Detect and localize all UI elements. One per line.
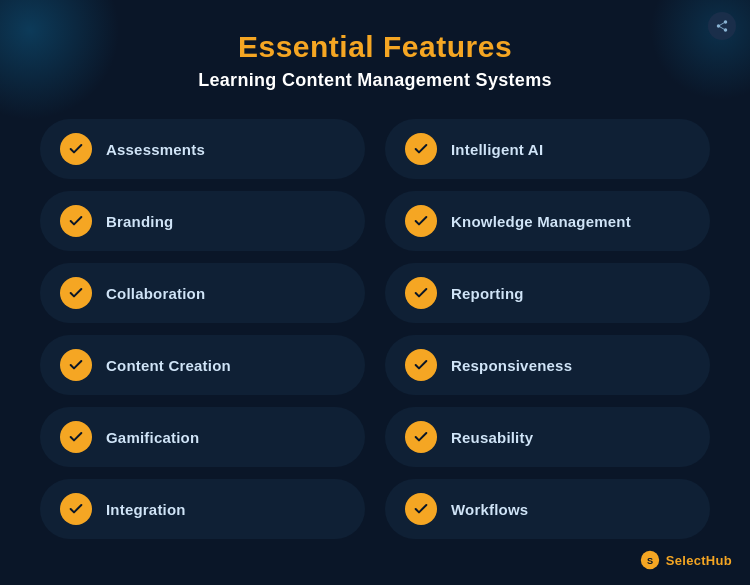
check-icon-collaboration: [60, 277, 92, 309]
check-icon-content-creation: [60, 349, 92, 381]
feature-label-branding: Branding: [106, 213, 173, 230]
check-icon-workflows: [405, 493, 437, 525]
feature-collaboration: Collaboration: [40, 263, 365, 323]
feature-label-content-creation: Content Creation: [106, 357, 231, 374]
feature-reusability: Reusability: [385, 407, 710, 467]
main-title: Essential Features: [40, 30, 710, 64]
feature-label-reusability: Reusability: [451, 429, 533, 446]
check-icon-integration: [60, 493, 92, 525]
feature-label-assessments: Assessments: [106, 141, 205, 158]
check-icon-knowledge-management: [405, 205, 437, 237]
feature-workflows: Workflows: [385, 479, 710, 539]
check-icon-reporting: [405, 277, 437, 309]
check-icon-gamification: [60, 421, 92, 453]
features-grid: Assessments Intelligent AI Branding Know…: [40, 119, 710, 539]
feature-gamification: Gamification: [40, 407, 365, 467]
feature-assessments: Assessments: [40, 119, 365, 179]
feature-label-knowledge-management: Knowledge Management: [451, 213, 631, 230]
feature-knowledge-management: Knowledge Management: [385, 191, 710, 251]
feature-integration: Integration: [40, 479, 365, 539]
feature-label-integration: Integration: [106, 501, 186, 518]
feature-label-collaboration: Collaboration: [106, 285, 205, 302]
feature-reporting: Reporting: [385, 263, 710, 323]
feature-branding: Branding: [40, 191, 365, 251]
check-icon-responsiveness: [405, 349, 437, 381]
feature-label-reporting: Reporting: [451, 285, 524, 302]
feature-label-responsiveness: Responsiveness: [451, 357, 572, 374]
check-icon-intelligent-ai: [405, 133, 437, 165]
feature-label-workflows: Workflows: [451, 501, 528, 518]
main-container: Essential Features Learning Content Mana…: [0, 0, 750, 559]
feature-label-gamification: Gamification: [106, 429, 199, 446]
feature-responsiveness: Responsiveness: [385, 335, 710, 395]
check-icon-assessments: [60, 133, 92, 165]
check-icon-branding: [60, 205, 92, 237]
feature-intelligent-ai: Intelligent AI: [385, 119, 710, 179]
title-section: Essential Features Learning Content Mana…: [40, 30, 710, 91]
feature-label-intelligent-ai: Intelligent AI: [451, 141, 543, 158]
subtitle: Learning Content Management Systems: [40, 70, 710, 91]
feature-content-creation: Content Creation: [40, 335, 365, 395]
check-icon-reusability: [405, 421, 437, 453]
